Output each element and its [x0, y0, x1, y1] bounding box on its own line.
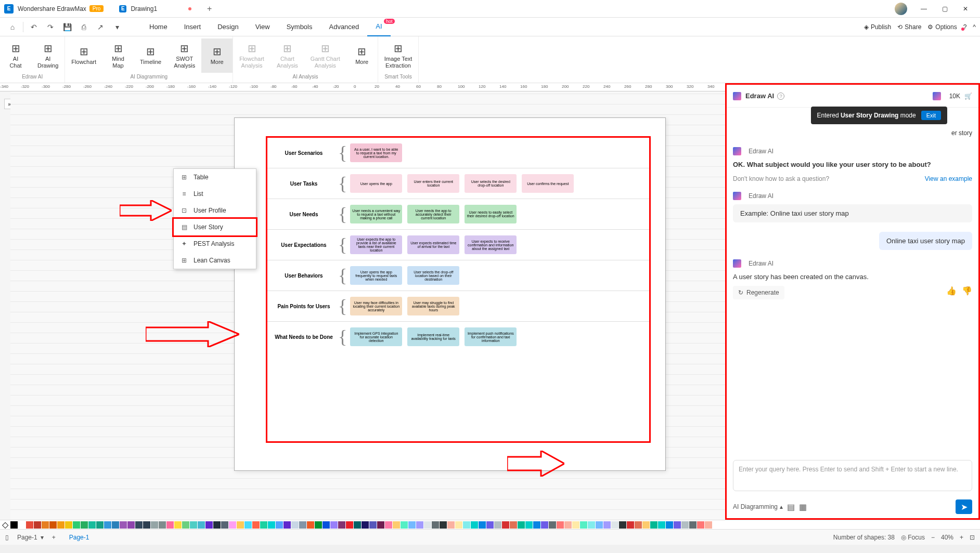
redo-button[interactable]: ↷ [42, 19, 59, 35]
options-button[interactable]: ⚙Options [927, 23, 957, 31]
color-swatch[interactable] [338, 521, 345, 529]
color-swatch[interactable] [237, 521, 244, 529]
print-button[interactable]: ⎙ [75, 19, 92, 35]
color-swatch[interactable] [65, 521, 72, 529]
color-swatch[interactable] [81, 521, 88, 529]
color-swatch[interactable] [627, 521, 634, 529]
view-example-link[interactable]: View an example [925, 175, 972, 182]
color-swatch[interactable] [362, 521, 369, 529]
color-swatch[interactable] [174, 521, 182, 529]
color-swatch[interactable] [135, 521, 143, 529]
color-swatch[interactable] [518, 521, 525, 529]
story-card[interactable]: User needs to easily select their desire… [465, 205, 517, 223]
color-swatch[interactable] [198, 521, 205, 529]
story-card[interactable]: User may struggle to find available taxi… [407, 297, 459, 315]
color-swatch[interactable] [642, 521, 650, 529]
dropdown-user-profile[interactable]: ⊡User Profile [174, 202, 256, 219]
color-swatch[interactable] [151, 521, 158, 529]
no-fill-icon[interactable]: ◇ [2, 520, 8, 530]
color-swatch[interactable] [42, 521, 49, 529]
undo-button[interactable]: ↶ [25, 19, 42, 35]
dropdown-list[interactable]: ≡List [174, 186, 256, 202]
color-swatch[interactable] [557, 521, 564, 529]
menu-insert[interactable]: Insert [176, 18, 210, 36]
menu-view[interactable]: View [247, 18, 278, 36]
color-swatch[interactable] [330, 521, 338, 529]
color-swatch[interactable] [159, 521, 166, 529]
color-swatch[interactable] [166, 521, 174, 529]
color-swatch[interactable] [401, 521, 408, 529]
color-swatch[interactable] [221, 521, 228, 529]
add-tab-button[interactable]: + [207, 4, 212, 14]
color-swatch[interactable] [549, 521, 556, 529]
thumbs-down-button[interactable]: 👎 [962, 286, 972, 296]
color-swatch[interactable] [588, 521, 595, 529]
story-card[interactable]: User opens the app [350, 174, 402, 193]
color-swatch[interactable] [596, 521, 603, 529]
ribbon-item-chart[interactable]: ⊞ChartAnalysis [270, 38, 304, 73]
color-swatch[interactable] [323, 521, 330, 529]
dropdown-pest-analysis[interactable]: ✦PEST Analysis [174, 235, 256, 252]
dropdown-user-story[interactable]: ▤User Story [172, 217, 257, 237]
user-avatar[interactable] [895, 3, 907, 15]
ribbon-item-flowchart[interactable]: ⊞FlowchartAnalysis [233, 38, 270, 73]
menu-ai[interactable]: AI hot [367, 18, 390, 36]
color-swatch[interactable] [572, 521, 579, 529]
color-swatch[interactable] [479, 521, 486, 529]
color-swatch[interactable] [120, 521, 127, 529]
help-button[interactable]: ? [963, 23, 967, 31]
story-card[interactable]: User selects the drop-off location based… [407, 266, 459, 285]
focus-button[interactable]: ◎ Focus [901, 534, 925, 541]
color-swatch[interactable] [57, 521, 65, 529]
color-swatch[interactable] [104, 521, 111, 529]
color-swatch[interactable] [471, 521, 478, 529]
zoom-in-button[interactable]: + [960, 534, 963, 541]
color-swatch[interactable] [252, 521, 260, 529]
color-swatch[interactable] [315, 521, 322, 529]
ai-input[interactable]: Enter your query here. Press Enter to se… [733, 460, 972, 491]
color-swatch[interactable] [244, 521, 252, 529]
story-card[interactable]: Implement push notifications for confirm… [465, 327, 517, 346]
story-card[interactable]: User needs a convenient way to request a… [350, 205, 402, 223]
story-card[interactable]: Implement real-time availability trackin… [407, 327, 459, 346]
color-swatch[interactable] [463, 521, 470, 529]
share-button[interactable]: ⟲Share [897, 23, 921, 31]
menu-advanced[interactable]: Advanced [320, 18, 367, 36]
menu-design[interactable]: Design [209, 18, 247, 36]
ribbon-item-flowchart[interactable]: ⊞Flowchart [65, 38, 102, 73]
color-swatch[interactable] [182, 521, 189, 529]
send-button[interactable]: ➤ [956, 499, 972, 514]
ribbon-item-more[interactable]: ⊞More [346, 38, 378, 73]
menu-symbols[interactable]: Symbols [278, 18, 321, 36]
story-card[interactable]: User opens the app frequently to request… [350, 266, 402, 285]
color-swatch[interactable] [276, 521, 283, 529]
color-swatch[interactable] [26, 521, 33, 529]
add-page-button[interactable]: + [52, 534, 56, 541]
cart-icon[interactable]: 🛒 [964, 93, 972, 100]
color-swatch[interactable] [432, 521, 439, 529]
color-swatch[interactable] [510, 521, 517, 529]
dropdown-table[interactable]: ⊞Table [174, 169, 256, 186]
thumbs-up-button[interactable]: 👍 [946, 286, 957, 296]
canvas[interactable]: User Scenarios{As a user, I want to be a… [10, 91, 725, 520]
color-swatch[interactable] [674, 521, 681, 529]
color-swatch[interactable] [564, 521, 572, 529]
color-swatch[interactable] [697, 521, 704, 529]
color-swatch[interactable] [34, 521, 41, 529]
color-swatch[interactable] [354, 521, 361, 529]
home-icon[interactable]: ⌂ [4, 19, 21, 35]
color-swatch[interactable] [455, 521, 462, 529]
menu-home[interactable]: Home [141, 18, 176, 36]
ribbon-item-ai[interactable]: ⊞AIChat [0, 38, 31, 73]
ribbon-item-image-text[interactable]: ⊞Image TextExtraction [378, 38, 419, 73]
color-swatch[interactable] [73, 521, 80, 529]
ribbon-item-more[interactable]: ⊞More [201, 38, 233, 73]
ai-help-icon[interactable]: ? [777, 93, 784, 100]
color-swatch[interactable] [541, 521, 548, 529]
layout-toggle[interactable]: ▯ [5, 534, 9, 541]
color-swatch[interactable] [494, 521, 501, 529]
dropdown-lean-canvas[interactable]: ⊞Lean Canvas [174, 252, 256, 269]
color-swatch[interactable] [268, 521, 275, 529]
color-swatch[interactable] [502, 521, 509, 529]
zoom-out-button[interactable]: − [931, 534, 935, 541]
